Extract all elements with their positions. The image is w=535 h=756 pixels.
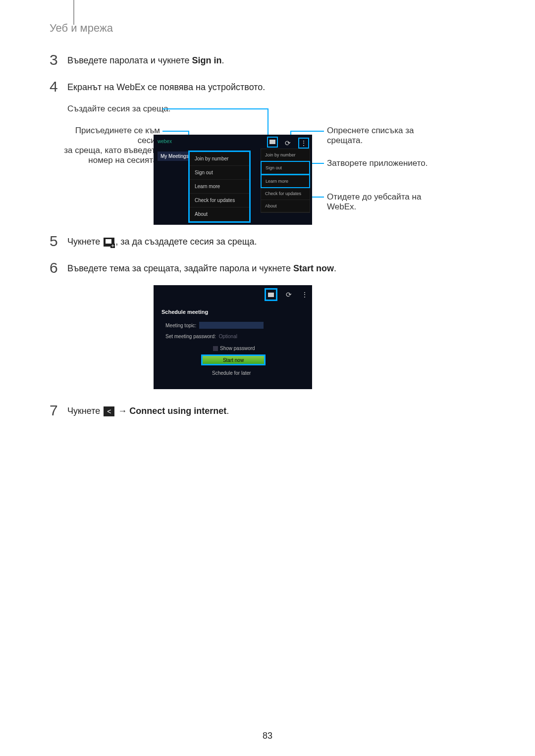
menu-item: Check for updates — [261, 188, 310, 200]
my-meetings-tab: My Meetings — [158, 151, 192, 161]
label: Show password — [220, 346, 255, 351]
menu-item: Check for updates — [190, 194, 249, 207]
refresh-icon: ⟳ — [284, 290, 293, 299]
step-4: 4 Екранът на WebEx се появява на устройс… — [50, 79, 265, 94]
callout-create-session: Създайте сесия за среща. — [67, 104, 170, 114]
webex-main-screenshot: webex My Meetings ⟳ ⋮ Join by number Sig… — [154, 135, 312, 225]
context-menu-large: Join by number Sign out Learn more Check… — [188, 151, 251, 223]
start-now-button: Start now — [203, 356, 264, 364]
refresh-icon: ⟳ — [283, 139, 292, 148]
text-bold: Connect using internet — [129, 406, 226, 416]
checkbox-icon — [213, 346, 218, 351]
schedule-later-link: Schedule for later — [212, 370, 251, 376]
menu-item: Sign out — [190, 166, 249, 180]
create-meeting-inline-icon — [104, 238, 114, 247]
text: Чукнете — [67, 237, 103, 247]
step-7: 7 Чукнете < → Connect using internet. — [50, 403, 229, 418]
menu-item: Learn more — [190, 180, 249, 194]
text: Чукнете — [67, 406, 103, 416]
step-text: Чукнете , за да създадете сесия за среща… — [67, 234, 257, 247]
step-3: 3 Въведете паролата и чукнете Sign in. — [50, 52, 224, 67]
create-meeting-icon — [267, 137, 278, 148]
menu-icon: ⋮ — [300, 290, 309, 299]
menu-item-signout-highlighted: Sign out — [261, 161, 310, 175]
callout-join-session: Присъединете се към сесия за среща, като… — [51, 126, 160, 165]
section-header: Уеб и мрежа — [50, 22, 113, 35]
step-number: 5 — [50, 234, 67, 249]
step-text: Чукнете < → Connect using internet. — [67, 403, 229, 416]
text: Въведете тема за срещата, задайте парола… — [67, 263, 293, 273]
text-line: номер на сесията. — [51, 155, 160, 165]
callout-refresh: Опреснете списъка за срещата. — [327, 126, 414, 146]
create-meeting-icon-highlighted — [265, 288, 277, 301]
text: Въведете паролата и чукнете — [67, 55, 192, 65]
meeting-topic-field — [199, 322, 264, 329]
text-bold: Start now — [293, 263, 334, 273]
step-text: Въведете паролата и чукнете Sign in. — [67, 52, 224, 66]
placeholder-text: Optional — [219, 334, 237, 339]
step-text: Екранът на WebEx се появява на устройств… — [67, 79, 265, 93]
menu-item: About — [190, 207, 249, 221]
meeting-password-row: Set meeting password: Optional — [165, 334, 237, 339]
start-now-button-highlighted: Start now — [201, 354, 266, 365]
menu-item: About — [261, 200, 310, 212]
arrow: → — [115, 406, 129, 416]
text: , за да създадете сесия за среща. — [115, 237, 257, 247]
context-menu-small: Join by number Sign out Learn more Check… — [261, 149, 310, 213]
label: Set meeting password: — [165, 334, 216, 339]
page-number: 83 — [263, 731, 272, 741]
text: . — [334, 263, 336, 273]
step-number: 4 — [50, 79, 67, 94]
text-line: Отидете до уебсайта на — [327, 192, 421, 202]
menu-icon: ⋮ — [298, 138, 309, 149]
schedule-meeting-title: Schedule meeting — [161, 309, 208, 315]
callout-website: Отидете до уебсайта на WebEx. — [327, 192, 421, 212]
text-bold: Sign in — [192, 55, 221, 65]
text-line: срещата. — [327, 136, 414, 146]
menu-item: Join by number — [261, 149, 310, 161]
text-line: Опреснете списъка за — [327, 126, 414, 136]
show-password-row: Show password — [213, 346, 255, 351]
step-text: Въведете тема за срещата, задайте парола… — [67, 260, 336, 274]
text: . — [226, 406, 229, 416]
menu-item-learn-highlighted: Learn more — [261, 174, 310, 188]
text: . — [221, 55, 224, 65]
meeting-topic-row: Meeting topic: — [165, 322, 264, 329]
text-line: WebEx. — [327, 202, 421, 212]
menu-item: Join by number — [190, 152, 249, 166]
step-number: 3 — [50, 52, 67, 67]
share-inline-icon: < — [104, 406, 114, 416]
callout-close-app: Затворете приложението. — [327, 158, 428, 168]
schedule-meeting-screenshot: ⟳ ⋮ Schedule meeting Meeting topic: Set … — [154, 285, 312, 389]
text-line: за среща, като въведете — [51, 146, 160, 155]
step-number: 6 — [50, 260, 67, 275]
step-5: 5 Чукнете , за да създадете сесия за сре… — [50, 234, 257, 249]
text-line: Присъединете се към сесия — [51, 126, 160, 146]
step-number: 7 — [50, 403, 67, 418]
label: Meeting topic: — [165, 323, 196, 328]
webex-logo: webex — [158, 139, 172, 144]
step-6: 6 Въведете тема за срещата, задайте паро… — [50, 260, 336, 275]
